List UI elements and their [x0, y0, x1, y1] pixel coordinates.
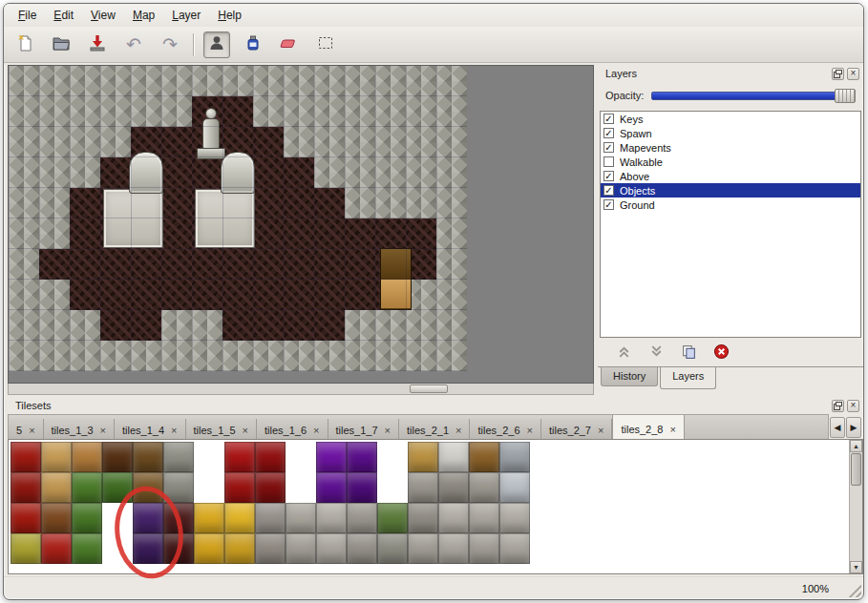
redo-button[interactable]: ↷: [157, 31, 183, 58]
tileset-tile[interactable]: [377, 503, 408, 533]
map-tile-wall[interactable]: [253, 96, 284, 127]
tab-close-icon[interactable]: ×: [527, 426, 533, 436]
delete-layer-button[interactable]: [710, 343, 731, 362]
tileset-tab-tiles_1_3[interactable]: tiles_1_3×: [44, 419, 115, 439]
map-tile-wall[interactable]: [222, 66, 253, 96]
tileset-tile[interactable]: [224, 472, 255, 503]
tileset-tile[interactable]: [255, 472, 286, 503]
map-tile-floor[interactable]: [314, 188, 345, 218]
tileset-tile[interactable]: [133, 442, 163, 472]
tileset-tile[interactable]: [163, 442, 194, 472]
map-tile-floor[interactable]: [284, 310, 314, 341]
map-tile-floor[interactable]: [253, 157, 284, 188]
map-tile-wall[interactable]: [192, 310, 222, 341]
map-tile-floor[interactable]: [39, 249, 70, 280]
map-tile-wall[interactable]: [131, 66, 161, 96]
map-tile-wall[interactable]: [222, 341, 253, 371]
map-canvas[interactable]: [9, 66, 467, 371]
detach-panel-icon[interactable]: [832, 400, 844, 412]
dock-tab-history[interactable]: History: [601, 367, 658, 386]
map-tile-wall[interactable]: [9, 341, 39, 371]
tileset-tile[interactable]: [469, 472, 499, 503]
map-tile-floor[interactable]: [345, 218, 375, 249]
map-tile-wall[interactable]: [253, 341, 284, 371]
map-tile-floor[interactable]: [375, 218, 406, 249]
tileset-tile[interactable]: [41, 472, 72, 503]
layer-row-mapevents[interactable]: ✓Mapevents: [601, 140, 860, 155]
map-tile-floor[interactable]: [100, 310, 131, 341]
tileset-tab-tiles_2_8[interactable]: tiles_2_8×: [612, 415, 684, 439]
tileset-tile[interactable]: [408, 503, 438, 533]
tileset-tile[interactable]: [469, 533, 499, 564]
map-tile-wall[interactable]: [70, 310, 100, 341]
layer-row-walkable[interactable]: Walkable: [601, 155, 860, 169]
map-tile-floor[interactable]: [314, 310, 345, 341]
map-tile-wall[interactable]: [345, 66, 375, 96]
tileset-tile[interactable]: [286, 533, 316, 564]
pedestal-object[interactable]: [195, 189, 255, 248]
layer-row-objects[interactable]: ✓Objects: [601, 183, 860, 198]
tileset-tab-tiles_2_1[interactable]: tiles_2_1×: [399, 419, 470, 439]
tileset-tile[interactable]: [11, 442, 41, 472]
tileset-tile[interactable]: [377, 533, 408, 564]
map-tile-wall[interactable]: [70, 341, 100, 371]
eraser-tool-button[interactable]: [276, 31, 303, 58]
tileset-tile[interactable]: [133, 533, 163, 564]
map-tile-floor[interactable]: [100, 157, 131, 188]
map-tile-wall[interactable]: [436, 341, 467, 371]
open-folder-button[interactable]: [48, 31, 74, 58]
map-tile-wall[interactable]: [375, 127, 406, 157]
map-tile-wall[interactable]: [39, 188, 70, 218]
menu-layer[interactable]: Layer: [163, 6, 209, 25]
tileset-tile[interactable]: [408, 472, 438, 503]
map-tile-wall[interactable]: [345, 310, 375, 341]
map-tile-wall[interactable]: [406, 66, 436, 96]
map-tile-floor[interactable]: [70, 188, 100, 218]
map-tile-wall[interactable]: [9, 127, 39, 157]
map-tile-floor[interactable]: [100, 249, 131, 280]
tileset-tile[interactable]: [438, 472, 469, 503]
tileset-tab-tiles_1_4[interactable]: tiles_1_4×: [115, 419, 185, 439]
map-tile-floor[interactable]: [161, 188, 192, 218]
map-tile-wall[interactable]: [406, 96, 436, 127]
map-tile-floor[interactable]: [70, 280, 100, 310]
map-tile-wall[interactable]: [406, 310, 436, 341]
tileset-tile[interactable]: [255, 442, 286, 472]
save-button[interactable]: [84, 31, 111, 58]
map-viewport[interactable]: [8, 65, 594, 384]
layer-row-spawn[interactable]: ✓Spawn: [601, 126, 860, 140]
menu-map[interactable]: Map: [124, 6, 163, 25]
tileset-tab-tiles_1_6[interactable]: tiles_1_6×: [257, 419, 328, 439]
fill-tool-button[interactable]: [240, 31, 266, 58]
map-tile-wall[interactable]: [253, 66, 284, 96]
map-tile-floor[interactable]: [161, 127, 192, 157]
duplicate-layer-button[interactable]: [678, 343, 699, 362]
map-tile-wall[interactable]: [9, 280, 39, 310]
map-tile-floor[interactable]: [253, 280, 284, 310]
tab-close-icon[interactable]: ×: [385, 426, 391, 436]
map-tile-wall[interactable]: [9, 188, 39, 218]
close-panel-icon[interactable]: ×: [847, 68, 859, 80]
tileset-tile[interactable]: [255, 533, 286, 564]
map-tile-wall[interactable]: [100, 66, 131, 96]
map-tile-wall[interactable]: [100, 127, 131, 157]
scrollbar-thumb[interactable]: [410, 385, 448, 393]
map-tile-floor[interactable]: [161, 249, 192, 280]
map-tile-floor[interactable]: [131, 249, 161, 280]
map-tile-wall[interactable]: [406, 157, 436, 188]
tab-close-icon[interactable]: ×: [669, 425, 675, 435]
tileset-vertical-scrollbar[interactable]: ▲ ▼: [849, 440, 862, 573]
map-tile-wall[interactable]: [314, 341, 345, 371]
map-tile-floor[interactable]: [253, 127, 284, 157]
tab-close-icon[interactable]: ×: [171, 426, 177, 436]
map-tile-wall[interactable]: [436, 249, 467, 280]
tileset-tile[interactable]: [224, 442, 255, 472]
raise-layer-button[interactable]: [613, 343, 634, 362]
tileset-tile[interactable]: [41, 442, 72, 472]
map-tile-wall[interactable]: [436, 127, 467, 157]
map-tile-wall[interactable]: [39, 127, 70, 157]
map-tile-floor[interactable]: [284, 280, 314, 310]
tileset-tab-tiles_1_7[interactable]: tiles_1_7×: [328, 419, 399, 439]
tab-close-icon[interactable]: ×: [29, 426, 34, 436]
tileset-tile[interactable]: [224, 533, 255, 564]
